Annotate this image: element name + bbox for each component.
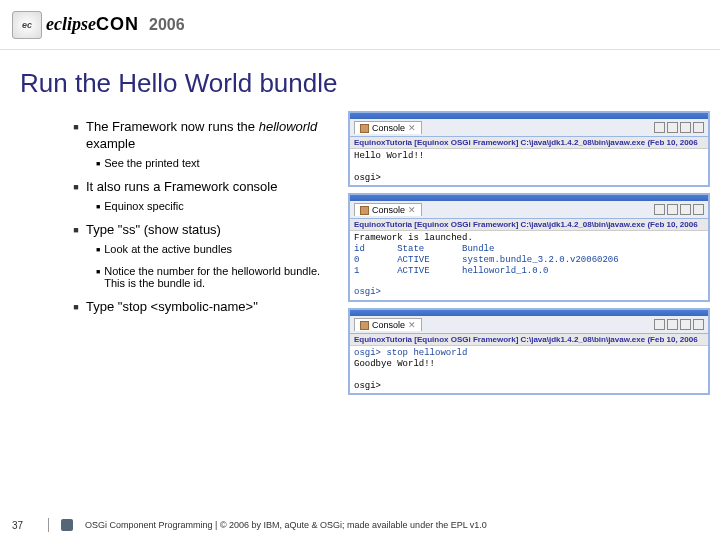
console-icon: [360, 124, 369, 133]
close-icon[interactable]: ✕: [408, 205, 416, 215]
console-tab-bar: Console ✕: [350, 201, 708, 219]
console-window-1: Console ✕ EquinoxTutoria [Equinox OSGi F…: [348, 111, 710, 187]
toolbar-button[interactable]: [693, 204, 704, 215]
bullet-1: ■ The Framework now runs the helloworld …: [72, 119, 340, 153]
console-output: Framework is launched. id State Bundle 0…: [350, 231, 708, 300]
toolbar-button[interactable]: [680, 319, 691, 330]
toolbar-button[interactable]: [654, 319, 665, 330]
toolbar-button[interactable]: [667, 319, 678, 330]
console-icon: [360, 206, 369, 215]
tab-label: Console: [372, 320, 405, 330]
close-icon[interactable]: ✕: [408, 320, 416, 330]
toolbar-button[interactable]: [654, 204, 665, 215]
slide-title: Run the Hello World bundle: [0, 50, 720, 111]
footer-logo-icon: [61, 519, 73, 531]
bullet-2: ■ It also runs a Framework console: [72, 179, 340, 196]
console-output: Hello World!! osgi>: [350, 149, 708, 185]
bullet-3: ■ Type "ss" (show status): [72, 222, 340, 239]
console-tab[interactable]: Console ✕: [354, 318, 422, 331]
bullet-2-sub: ■Equinox specific: [96, 200, 340, 212]
launch-info: EquinoxTutoria [Equinox OSGi Framework] …: [350, 219, 708, 231]
console-tab[interactable]: Console ✕: [354, 203, 422, 216]
tab-label: Console: [372, 205, 405, 215]
console-tab-bar: Console ✕: [350, 316, 708, 334]
divider: [48, 518, 49, 532]
screenshots-column: Console ✕ EquinoxTutoria [Equinox OSGi F…: [348, 111, 710, 395]
console-tab-bar: Console ✕: [350, 119, 708, 137]
tab-label: Console: [372, 123, 405, 133]
toolbar-button[interactable]: [667, 122, 678, 133]
launch-info: EquinoxTutoria [Equinox OSGi Framework] …: [350, 334, 708, 346]
bullet-1-sub: ■See the printed text: [96, 157, 340, 169]
console-tab[interactable]: Console ✕: [354, 121, 422, 134]
toolbar-button[interactable]: [693, 319, 704, 330]
toolbar-button[interactable]: [680, 204, 691, 215]
toolbar-button[interactable]: [667, 204, 678, 215]
slide-footer: 37 OSGi Component Programming | © 2006 b…: [0, 518, 720, 532]
console-icon: [360, 321, 369, 330]
year-label: 2006: [149, 16, 185, 34]
logo-text: eclipseCON: [46, 14, 139, 35]
console-window-3: Console ✕ EquinoxTutoria [Equinox OSGi F…: [348, 308, 710, 395]
content-row: ■ The Framework now runs the helloworld …: [0, 111, 720, 395]
toolbar-button[interactable]: [693, 122, 704, 133]
eclipsecon-logo: ec eclipseCON 2006: [12, 11, 185, 39]
page-number: 37: [12, 520, 36, 531]
close-icon[interactable]: ✕: [408, 123, 416, 133]
bullet-3-sub2: ■Notice the number for the helloworld bu…: [96, 265, 340, 289]
console-output: osgi> stop helloworld Goodbye World!! os…: [350, 346, 708, 393]
footer-text: OSGi Component Programming | © 2006 by I…: [85, 520, 487, 530]
console-window-2: Console ✕ EquinoxTutoria [Equinox OSGi F…: [348, 193, 710, 302]
launch-info: EquinoxTutoria [Equinox OSGi Framework] …: [350, 137, 708, 149]
bullet-3-sub1: ■Look at the active bundles: [96, 243, 340, 255]
toolbar-button[interactable]: [654, 122, 665, 133]
bullet-4: ■ Type "stop <symbolic-name>": [72, 299, 340, 316]
slide-header: ec eclipseCON 2006: [0, 0, 720, 50]
logo-icon: ec: [12, 11, 42, 39]
bullet-column: ■ The Framework now runs the helloworld …: [60, 111, 340, 395]
toolbar-button[interactable]: [680, 122, 691, 133]
